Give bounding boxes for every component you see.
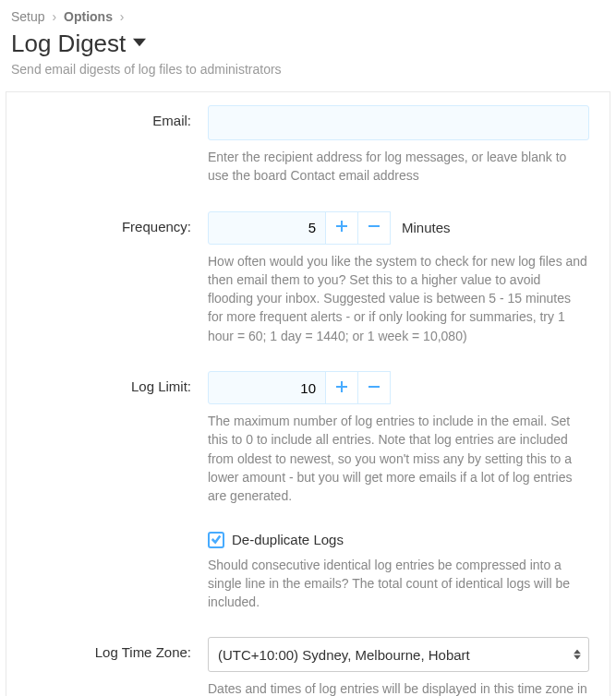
svg-rect-4 [336, 386, 347, 388]
breadcrumb-options[interactable]: Options [64, 9, 113, 24]
svg-rect-2 [368, 225, 380, 227]
timezone-value: (UTC+10:00) Sydney, Melbourne, Hobart [218, 647, 470, 663]
page-header: Log Digest [0, 28, 616, 62]
frequency-unit: Minutes [402, 220, 451, 235]
check-icon [211, 533, 222, 547]
log-limit-increment-button[interactable] [325, 371, 358, 404]
help-log-limit: The maximum number of log entries to inc… [208, 412, 589, 505]
log-limit-input[interactable] [208, 371, 326, 404]
row-dedup: De-duplicate Logs Should consecutive ide… [6, 519, 610, 625]
label-frequency: Frequency: [6, 211, 208, 345]
breadcrumb-setup[interactable]: Setup [11, 9, 45, 24]
plus-icon [335, 220, 348, 235]
email-field[interactable] [208, 105, 589, 140]
frequency-input[interactable] [208, 211, 326, 245]
dedup-checkbox-wrap[interactable]: De-duplicate Logs [208, 532, 589, 548]
row-email: Email: Enter the recipient address for l… [6, 92, 610, 198]
minus-icon [368, 380, 380, 396]
page-description: Send email digests of log files to admin… [0, 62, 616, 88]
frequency-increment-button[interactable] [325, 211, 358, 245]
page-title: Log Digest [11, 30, 126, 58]
timezone-select[interactable]: (UTC+10:00) Sydney, Melbourne, Hobart [208, 637, 589, 672]
label-dedup-empty [6, 532, 208, 612]
breadcrumb-sep: › [52, 9, 56, 24]
caret-down-icon[interactable] [133, 36, 146, 52]
log-limit-decrement-button[interactable] [357, 371, 391, 404]
help-dedup: Should consecutive identical log entries… [208, 556, 589, 612]
breadcrumb: Setup › Options › [0, 0, 616, 28]
frequency-decrement-button[interactable] [357, 211, 391, 245]
label-email: Email: [6, 105, 208, 186]
breadcrumb-sep: › [120, 9, 125, 24]
help-timezone: Dates and times of log entries will be d… [208, 679, 589, 696]
label-timezone: Log Time Zone: [6, 637, 208, 696]
svg-rect-1 [336, 225, 347, 227]
select-arrows-icon [574, 650, 581, 660]
row-log-limit: Log Limit: The maximum number of log ent… [6, 358, 610, 518]
row-frequency: Frequency: Minutes How often would you l… [6, 198, 610, 358]
label-log-limit: Log Limit: [6, 371, 208, 505]
options-panel: Email: Enter the recipient address for l… [6, 91, 610, 696]
svg-rect-5 [368, 386, 380, 388]
help-email: Enter the recipient address for log mess… [208, 148, 589, 186]
help-frequency: How often would you like the system to c… [208, 252, 589, 345]
minus-icon [368, 220, 380, 235]
dedup-checkbox[interactable] [208, 532, 224, 548]
plus-icon [335, 380, 348, 396]
row-timezone: Log Time Zone: (UTC+10:00) Sydney, Melbo… [6, 624, 610, 696]
dedup-label: De-duplicate Logs [232, 532, 344, 547]
